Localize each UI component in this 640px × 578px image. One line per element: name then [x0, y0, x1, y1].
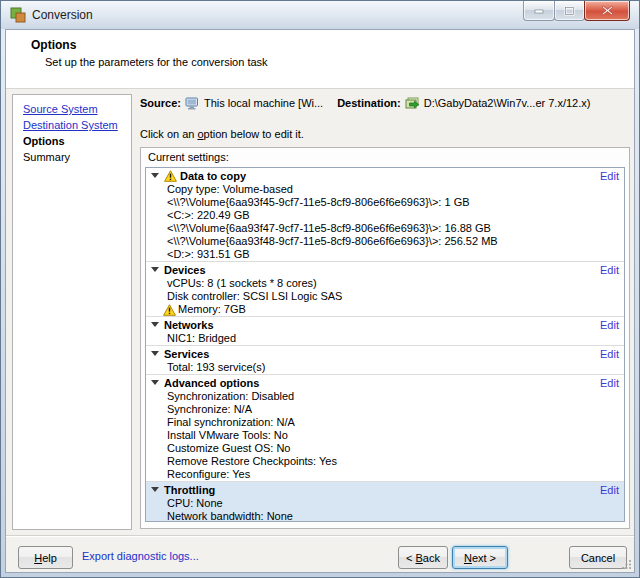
sidebar-item-source-system[interactable]: Source System	[23, 101, 131, 117]
back-button[interactable]: < Back	[398, 546, 448, 569]
close-icon[interactable]	[584, 1, 630, 21]
section-header-networks[interactable]: NetworksEdit	[146, 316, 624, 332]
edit-link-services[interactable]: Edit	[600, 348, 624, 360]
section-advanced-options: Advanced optionsEditSynchronization: Dis…	[146, 374, 624, 481]
sidebar-item-destination-system[interactable]: Destination System	[23, 117, 131, 133]
next-button[interactable]: Next >	[452, 546, 508, 569]
section-title-data-to-copy: Data to copy	[180, 170, 246, 182]
setting-line: Memory: 7GB	[146, 303, 624, 316]
page-title: Options	[31, 38, 76, 52]
setting-line-text: Synchronization: Disabled	[167, 390, 294, 403]
section-title-services: Services	[164, 348, 209, 360]
edit-link-throttling[interactable]: Edit	[600, 484, 624, 496]
setting-line-text: <\\?\Volume{6aa93f48-9cf7-11e5-8cf9-806e…	[167, 235, 498, 248]
setting-line-text: <\\?\Volume{6aa93f45-9cf7-11e5-8cf9-806e…	[167, 196, 470, 209]
setting-line-text: Copy type: Volume-based	[167, 183, 293, 196]
sidebar-item-summary: Summary	[23, 149, 131, 165]
minimize-button[interactable]	[523, 1, 555, 21]
setting-line-text: Total: 193 service(s)	[167, 361, 265, 374]
back-post: ack	[423, 552, 440, 564]
back-accel: B	[416, 552, 423, 564]
edit-link-devices[interactable]: Edit	[600, 264, 624, 276]
setting-line: Remove Restore Checkpoints: Yes	[146, 455, 624, 468]
section-networks: NetworksEditNIC1: Bridged	[146, 316, 624, 345]
source-label: Source:	[140, 97, 181, 109]
help-post: elp	[42, 552, 57, 564]
setting-line: <D:>: 931.51 GB	[146, 248, 624, 261]
setting-line-text: Network bandwidth: None	[167, 510, 293, 522]
section-header-services[interactable]: ServicesEdit	[146, 345, 624, 361]
collapse-arrow-icon	[151, 487, 159, 492]
setting-line-text: Synchronize: N/A	[167, 403, 252, 416]
window-title: Conversion	[32, 8, 93, 22]
footer-bar: Help Export diagnostic logs... < Back Ne…	[6, 535, 634, 575]
settings-list: Data to copyEditCopy type: Volume-based<…	[145, 167, 625, 522]
source-value: This local machine [Wi...	[204, 97, 323, 109]
setting-line: <\\?\Volume{6aa93f48-9cf7-11e5-8cf9-806e…	[146, 235, 624, 248]
setting-line-text: Remove Restore Checkpoints: Yes	[167, 455, 337, 468]
section-devices: DevicesEditvCPUs: 8 (1 sockets * 8 cores…	[146, 261, 624, 316]
collapse-arrow-icon	[151, 351, 159, 356]
setting-line-text: CPU: None	[167, 497, 223, 510]
collapse-arrow-icon	[151, 322, 159, 327]
setting-line: <\\?\Volume{6aa93f47-9cf7-11e5-8cf9-806e…	[146, 222, 624, 235]
setting-line-text: Reconfigure: Yes	[167, 468, 250, 481]
collapse-arrow-icon	[151, 380, 159, 385]
section-throttling: ThrottlingEditCPU: NoneNetwork bandwidth…	[146, 481, 624, 522]
warning-icon	[164, 170, 177, 182]
sidebar-item-options: Options	[23, 133, 131, 149]
setting-line-text: Disk controller: SCSI LSI Logic SAS	[167, 290, 342, 303]
setting-line: Synchronization: Disabled	[146, 390, 624, 403]
help-button[interactable]: Help	[18, 546, 73, 569]
section-header-data-to-copy[interactable]: Data to copyEdit	[146, 168, 624, 183]
edit-link-advanced-options[interactable]: Edit	[600, 377, 624, 389]
page-subtitle: Set up the parameters for the conversion…	[45, 56, 268, 68]
next-post: ext >	[472, 552, 496, 564]
setting-line: Synchronize: N/A	[146, 403, 624, 416]
setting-line: CPU: None	[146, 497, 624, 510]
current-settings-label: Current settings:	[141, 148, 629, 163]
collapse-arrow-icon	[151, 173, 159, 178]
section-title-networks: Networks	[164, 319, 214, 331]
setting-line-text: Memory: 7GB	[178, 303, 246, 316]
setting-line-text: vCPUs: 8 (1 sockets * 8 cores)	[167, 277, 317, 290]
setting-line: vCPUs: 8 (1 sockets * 8 cores)	[146, 277, 624, 290]
client-area: Options Set up the parameters for the co…	[5, 29, 635, 573]
section-header-throttling[interactable]: ThrottlingEdit	[146, 481, 624, 497]
setting-line: Customize Guest OS: No	[146, 442, 624, 455]
setting-line-text: Customize Guest OS: No	[167, 442, 291, 455]
next-accel: N	[464, 552, 472, 564]
titlebar: Conversion	[1, 1, 639, 29]
instruction-pre: Click on an	[140, 128, 197, 140]
setting-line: Total: 193 service(s)	[146, 361, 624, 374]
section-header-devices[interactable]: DevicesEdit	[146, 261, 624, 277]
conversion-window: Conversion Options Set up the parameters…	[0, 0, 640, 578]
setting-line: Copy type: Volume-based	[146, 183, 624, 196]
setting-line: <C:>: 220.49 GB	[146, 209, 624, 222]
setting-line: <\\?\Volume{6aa93f45-9cf7-11e5-8cf9-806e…	[146, 196, 624, 209]
sidebar-nav: Source SystemDestination SystemOptionsSu…	[12, 94, 132, 530]
summary-bar: Source: This local machine [Wi... Destin…	[140, 94, 628, 112]
instruction-text: Click on an option below to edit it.	[140, 128, 304, 140]
destination-label: Destination:	[337, 97, 401, 109]
cancel-button[interactable]: Cancel	[569, 546, 627, 569]
export-diagnostic-logs-link[interactable]: Export diagnostic logs...	[82, 550, 199, 562]
setting-line-text: <C:>: 220.49 GB	[167, 209, 250, 222]
setting-line-text: NIC1: Bridged	[167, 332, 236, 345]
setting-line: Install VMware Tools: No	[146, 429, 624, 442]
back-pre: <	[406, 552, 415, 564]
help-accel: H	[34, 552, 42, 564]
section-header-advanced-options[interactable]: Advanced optionsEdit	[146, 374, 624, 390]
edit-link-data-to-copy[interactable]: Edit	[600, 170, 624, 182]
vm-destination-icon	[405, 97, 420, 110]
maximize-button[interactable]	[554, 1, 585, 21]
setting-line-text: Final synchronization: N/A	[167, 416, 295, 429]
instruction-post: ption below to edit it.	[204, 128, 304, 140]
setting-line: Network bandwidth: None	[146, 510, 624, 522]
setting-line: NIC1: Bridged	[146, 332, 624, 345]
edit-link-networks[interactable]: Edit	[600, 319, 624, 331]
resize-grip[interactable]	[622, 555, 632, 573]
setting-line-text: Install VMware Tools: No	[167, 429, 288, 442]
section-data-to-copy: Data to copyEditCopy type: Volume-based<…	[146, 168, 624, 261]
warning-icon	[163, 304, 176, 316]
